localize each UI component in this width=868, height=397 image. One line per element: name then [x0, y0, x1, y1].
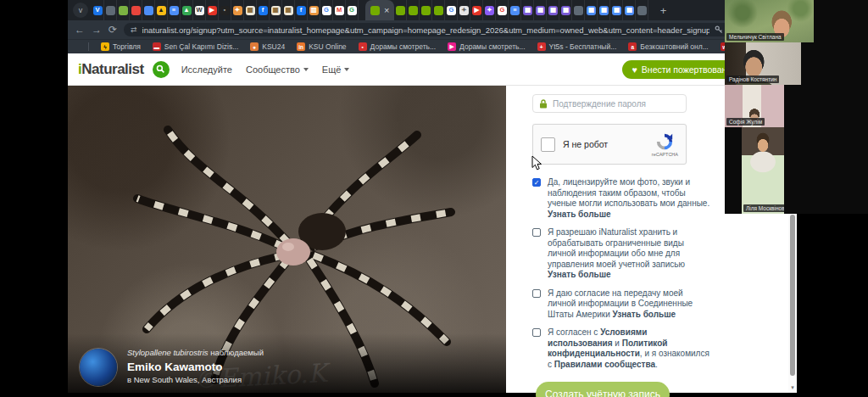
- consent-text-2: Я даю согласие на передачу моей личной и…: [548, 288, 712, 321]
- tab-google-4[interactable]: G: [496, 0, 509, 20]
- tab-blue-table-4[interactable]: ▦: [623, 0, 636, 20]
- tab-google-3[interactable]: G: [445, 0, 458, 20]
- observer-avatar[interactable]: [80, 349, 117, 386]
- observer-name[interactable]: Emiko Kawamoto: [127, 361, 264, 373]
- bookmark-doramy-2[interactable]: ▶Дорамы смотреть...: [448, 42, 525, 51]
- species-name[interactable]: Stylopallene tubirostris: [127, 348, 209, 357]
- participant-video-1[interactable]: Мельничук Світлана: [725, 0, 814, 42]
- blue-table-3-favicon-icon: ▦: [612, 6, 621, 15]
- tab-google-2[interactable]: G: [346, 0, 359, 20]
- inaturalist-logo[interactable]: iNaturalist: [78, 61, 144, 78]
- browser-window: v V▲≡▲W▶▪✦▦f▦▦f▥GMG × G✦▶✦G≡▦▦▦▦▦▦▦▦ + ←…: [68, 0, 797, 393]
- new-tab-button[interactable]: +: [655, 3, 670, 18]
- nav-item-label: Ещё: [322, 64, 342, 75]
- learn-more-link[interactable]: Узнать больше: [548, 270, 611, 279]
- learn-more-link[interactable]: Правилами сообщества: [554, 360, 655, 369]
- tab-settings[interactable]: ✦: [458, 0, 470, 20]
- tab-blue-table-2[interactable]: ▦: [598, 0, 610, 20]
- address-bar[interactable]: ⇄ inaturalist.org/signup?utm_source=inat…: [124, 23, 743, 36]
- password-confirm-input[interactable]: [553, 99, 680, 109]
- tab-classroom-2[interactable]: ▦: [270, 0, 282, 20]
- tab-plant-site[interactable]: [117, 0, 130, 20]
- passwords-key-icon[interactable]: [715, 25, 723, 34]
- consent-text-segment: Я согласен с: [548, 327, 600, 337]
- tab-google[interactable]: G: [320, 0, 333, 20]
- tab-facebook[interactable]: f: [257, 0, 270, 20]
- tab-word[interactable]: W: [193, 0, 206, 20]
- tab-inat-bird-2[interactable]: [407, 0, 420, 20]
- tab-globe[interactable]: [104, 0, 117, 20]
- nav-item-1[interactable]: Сообщество: [246, 64, 309, 75]
- tab-gmail[interactable]: M: [333, 0, 346, 20]
- tab-purple-grid-3[interactable]: ▦: [547, 0, 559, 20]
- photos-favicon-icon: [131, 6, 141, 15]
- tab-shop[interactable]: ▥: [308, 0, 320, 20]
- consent-checkbox-3[interactable]: [532, 328, 541, 337]
- bookmarks-bar: ϟТоргівля▬Sen Çal Kapımı Dizis...●KSU24i…: [68, 39, 797, 53]
- tab-inat-bird-3[interactable]: [420, 0, 432, 20]
- learn-more-link[interactable]: Узнать больше: [613, 310, 676, 319]
- tab-gemini[interactable]: ✦: [483, 0, 496, 20]
- active-tab[interactable]: ×: [365, 0, 394, 20]
- search-button[interactable]: [153, 61, 170, 78]
- tab-classroom[interactable]: ▦: [244, 0, 257, 20]
- tab-purple-grid-4[interactable]: ▦: [559, 0, 572, 20]
- tab-blue-table-3[interactable]: ▦: [610, 0, 623, 20]
- nav-item-2[interactable]: Ещё: [322, 64, 350, 75]
- bookmark-doramy-1-icon: ▪: [359, 42, 367, 51]
- back-icon[interactable]: ←: [75, 25, 85, 35]
- tab-facebook-2[interactable]: f: [295, 0, 308, 20]
- globe-favicon-icon: [106, 6, 115, 15]
- forward-icon[interactable]: →: [92, 25, 102, 35]
- site-header: iNaturalist ИсследуйтеСообществоЕщё ♥ Вн…: [68, 53, 797, 86]
- tab-google-drive-2[interactable]: ▲: [181, 0, 193, 20]
- bookmark-bezkoshtovnyi[interactable]: aБезкоштовний онл...: [628, 42, 708, 51]
- tab-classroom-3[interactable]: ▦: [282, 0, 295, 20]
- tab-blue-app[interactable]: [142, 0, 155, 20]
- participant-video-4[interactable]: Ліля Москвінова: [742, 127, 784, 214]
- participant-name: Софія Жулім: [726, 118, 765, 126]
- nav-item-0[interactable]: Исследуйте: [181, 64, 232, 75]
- consent-checkbox-2[interactable]: [532, 289, 541, 298]
- tab-globe-2[interactable]: [572, 0, 585, 20]
- tab-blue-table[interactable]: ▦: [585, 0, 598, 20]
- tab-inat-bird-4[interactable]: [432, 0, 445, 20]
- scrollbar-down-arrow[interactable]: ▾: [788, 384, 797, 391]
- tab-purple-grid[interactable]: ▦: [521, 0, 534, 20]
- tab-cinema[interactable]: ▪: [219, 0, 231, 20]
- password-confirm-field[interactable]: [532, 94, 687, 113]
- bookmark-ksu-online[interactable]: inKSU Online: [297, 42, 346, 51]
- site-info-icon[interactable]: ⇄: [131, 25, 137, 34]
- tab-pinwheel[interactable]: ✦: [231, 0, 244, 20]
- tab-youtube[interactable]: ▶: [206, 0, 219, 20]
- bookmark-ksu24[interactable]: ●KSU24: [250, 42, 285, 51]
- tab-inat-bird[interactable]: [394, 0, 407, 20]
- tab-youtube-2[interactable]: ▶: [470, 0, 483, 20]
- participant-video-2[interactable]: Радінов Костянтин: [725, 42, 801, 85]
- scrollbar-thumb[interactable]: [790, 215, 795, 376]
- hero-photo-spider: ©Emiko.K Stylopallene tubirostris наблюд…: [68, 86, 506, 393]
- reload-icon[interactable]: ⟳: [108, 25, 117, 35]
- tab-purple-grid-2[interactable]: ▦: [534, 0, 547, 20]
- classroom-2-favicon-icon: ▦: [271, 6, 281, 15]
- bookmark-sen-cal-kapimi[interactable]: ▬Sen Çal Kapımı Dizis...: [153, 42, 238, 51]
- bookmark-doramy-1[interactable]: ▪Дорамы смотреть...: [359, 42, 436, 51]
- recaptcha-checkbox[interactable]: [541, 137, 555, 152]
- bookmark-torgivlia[interactable]: ϟТоргівля: [101, 42, 141, 51]
- tab-google-docs[interactable]: ≡: [168, 0, 181, 20]
- tab-overflow-button[interactable]: v: [73, 3, 88, 18]
- participant-video-3[interactable]: Софія Жулім: [725, 85, 784, 127]
- consent-checkbox-0[interactable]: ✓: [532, 178, 541, 187]
- tab-close-icon[interactable]: ×: [384, 6, 389, 15]
- tab-google-docs-2[interactable]: ≡: [509, 0, 521, 20]
- bookmark-yt5s[interactable]: +Yt5s - Бесплатный...: [537, 42, 617, 51]
- create-account-button[interactable]: Создать учётную запись: [536, 382, 670, 397]
- tab-v-service[interactable]: V: [92, 0, 104, 20]
- learn-more-link[interactable]: Узнать больше: [548, 210, 611, 219]
- bookmark-sen-cal-kapimi-label: Sen Çal Kapımı Dizis...: [164, 42, 238, 51]
- tab-google-drive[interactable]: ▲: [155, 0, 168, 20]
- tab-photos[interactable]: [130, 0, 142, 20]
- bookmark-torgivlia-label: Торгівля: [113, 42, 141, 51]
- tab-globe-3[interactable]: [636, 0, 648, 20]
- consent-checkbox-1[interactable]: [532, 228, 541, 237]
